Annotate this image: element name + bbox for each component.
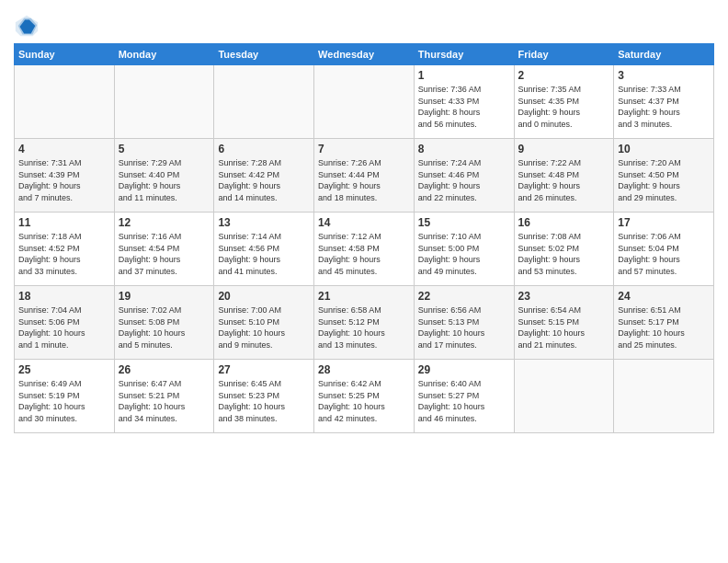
day-cell: 7Sunrise: 7:26 AM Sunset: 4:44 PM Daylig…: [314, 139, 415, 213]
day-info: Sunrise: 7:31 AM Sunset: 4:39 PM Dayligh…: [18, 157, 110, 203]
calendar-header: SundayMondayTuesdayWednesdayThursdayFrid…: [15, 44, 714, 65]
header-row: SundayMondayTuesdayWednesdayThursdayFrid…: [15, 44, 714, 65]
day-info: Sunrise: 6:42 AM Sunset: 5:25 PM Dayligh…: [318, 378, 410, 424]
day-number: 26: [119, 363, 210, 376]
day-info: Sunrise: 7:16 AM Sunset: 4:54 PM Dayligh…: [119, 231, 210, 277]
week-row-5: 25Sunrise: 6:49 AM Sunset: 5:19 PM Dayli…: [15, 360, 714, 433]
day-cell: 14Sunrise: 7:12 AM Sunset: 4:58 PM Dayli…: [314, 213, 415, 286]
day-info: Sunrise: 6:40 AM Sunset: 5:27 PM Dayligh…: [418, 378, 510, 424]
day-cell: [214, 65, 314, 139]
day-cell: 8Sunrise: 7:24 AM Sunset: 4:46 PM Daylig…: [414, 139, 514, 213]
day-info: Sunrise: 7:36 AM Sunset: 4:33 PM Dayligh…: [418, 84, 510, 130]
day-number: 6: [218, 143, 310, 155]
day-cell: [514, 360, 614, 433]
day-info: Sunrise: 7:14 AM Sunset: 4:56 PM Dayligh…: [218, 231, 310, 277]
day-cell: 10Sunrise: 7:20 AM Sunset: 4:50 PM Dayli…: [614, 139, 714, 213]
day-info: Sunrise: 6:51 AM Sunset: 5:17 PM Dayligh…: [618, 304, 710, 350]
day-number: 23: [518, 290, 610, 303]
day-cell: 11Sunrise: 7:18 AM Sunset: 4:52 PM Dayli…: [15, 213, 115, 286]
header-cell-thursday: Thursday: [414, 44, 514, 65]
day-number: 12: [119, 216, 210, 229]
day-cell: 20Sunrise: 7:00 AM Sunset: 5:10 PM Dayli…: [214, 286, 314, 360]
logo-icon: [14, 14, 40, 40]
day-info: Sunrise: 7:35 AM Sunset: 4:35 PM Dayligh…: [518, 84, 610, 130]
calendar-table: SundayMondayTuesdayWednesdayThursdayFrid…: [14, 43, 714, 433]
day-number: 5: [119, 143, 210, 155]
day-info: Sunrise: 7:00 AM Sunset: 5:10 PM Dayligh…: [218, 304, 310, 350]
day-cell: 1Sunrise: 7:36 AM Sunset: 4:33 PM Daylig…: [414, 65, 514, 139]
day-cell: 27Sunrise: 6:45 AM Sunset: 5:23 PM Dayli…: [214, 360, 314, 433]
day-number: 25: [18, 363, 110, 376]
day-info: Sunrise: 7:22 AM Sunset: 4:48 PM Dayligh…: [518, 157, 610, 203]
day-number: 20: [218, 290, 310, 303]
day-cell: 18Sunrise: 7:04 AM Sunset: 5:06 PM Dayli…: [15, 286, 115, 360]
day-info: Sunrise: 6:45 AM Sunset: 5:23 PM Dayligh…: [218, 378, 310, 424]
day-cell: 23Sunrise: 6:54 AM Sunset: 5:15 PM Dayli…: [514, 286, 614, 360]
day-cell: 2Sunrise: 7:35 AM Sunset: 4:35 PM Daylig…: [514, 65, 614, 139]
day-info: Sunrise: 7:26 AM Sunset: 4:44 PM Dayligh…: [318, 157, 410, 203]
day-info: Sunrise: 7:12 AM Sunset: 4:58 PM Dayligh…: [318, 231, 410, 277]
header-cell-tuesday: Tuesday: [214, 44, 314, 65]
day-number: 7: [318, 143, 410, 155]
day-number: 27: [218, 363, 310, 376]
header-cell-saturday: Saturday: [614, 44, 714, 65]
day-number: 2: [518, 69, 610, 82]
day-cell: 3Sunrise: 7:33 AM Sunset: 4:37 PM Daylig…: [614, 65, 714, 139]
day-info: Sunrise: 7:02 AM Sunset: 5:08 PM Dayligh…: [119, 304, 210, 350]
day-cell: 15Sunrise: 7:10 AM Sunset: 5:00 PM Dayli…: [414, 213, 514, 286]
day-cell: 9Sunrise: 7:22 AM Sunset: 4:48 PM Daylig…: [514, 139, 614, 213]
day-info: Sunrise: 6:47 AM Sunset: 5:21 PM Dayligh…: [119, 378, 210, 424]
logo: [14, 14, 41, 40]
day-info: Sunrise: 7:08 AM Sunset: 5:02 PM Dayligh…: [518, 231, 610, 277]
header-cell-friday: Friday: [514, 44, 614, 65]
day-cell: 29Sunrise: 6:40 AM Sunset: 5:27 PM Dayli…: [414, 360, 514, 433]
header-cell-wednesday: Wednesday: [314, 44, 415, 65]
day-info: Sunrise: 7:28 AM Sunset: 4:42 PM Dayligh…: [218, 157, 310, 203]
day-info: Sunrise: 7:29 AM Sunset: 4:40 PM Dayligh…: [119, 157, 210, 203]
day-info: Sunrise: 7:10 AM Sunset: 5:00 PM Dayligh…: [418, 231, 510, 277]
day-info: Sunrise: 7:24 AM Sunset: 4:46 PM Dayligh…: [418, 157, 510, 203]
day-number: 29: [418, 363, 510, 376]
day-number: 21: [318, 290, 410, 303]
week-row-4: 18Sunrise: 7:04 AM Sunset: 5:06 PM Dayli…: [15, 286, 714, 360]
day-number: 1: [418, 69, 510, 82]
day-info: Sunrise: 6:49 AM Sunset: 5:19 PM Dayligh…: [18, 378, 110, 424]
day-cell: [614, 360, 714, 433]
header: [14, 9, 714, 40]
day-cell: 28Sunrise: 6:42 AM Sunset: 5:25 PM Dayli…: [314, 360, 415, 433]
day-number: 18: [18, 290, 110, 303]
day-number: 3: [618, 69, 710, 82]
day-number: 10: [618, 143, 710, 155]
calendar-body: 1Sunrise: 7:36 AM Sunset: 4:33 PM Daylig…: [15, 65, 714, 433]
day-info: Sunrise: 7:20 AM Sunset: 4:50 PM Dayligh…: [618, 157, 710, 203]
day-number: 4: [18, 143, 110, 155]
day-cell: 12Sunrise: 7:16 AM Sunset: 4:54 PM Dayli…: [114, 213, 214, 286]
day-number: 9: [518, 143, 610, 155]
day-info: Sunrise: 6:56 AM Sunset: 5:13 PM Dayligh…: [418, 304, 510, 350]
day-cell: 19Sunrise: 7:02 AM Sunset: 5:08 PM Dayli…: [114, 286, 214, 360]
week-row-1: 1Sunrise: 7:36 AM Sunset: 4:33 PM Daylig…: [15, 65, 714, 139]
week-row-3: 11Sunrise: 7:18 AM Sunset: 4:52 PM Dayli…: [15, 213, 714, 286]
day-cell: 16Sunrise: 7:08 AM Sunset: 5:02 PM Dayli…: [514, 213, 614, 286]
day-info: Sunrise: 6:54 AM Sunset: 5:15 PM Dayligh…: [518, 304, 610, 350]
week-row-2: 4Sunrise: 7:31 AM Sunset: 4:39 PM Daylig…: [15, 139, 714, 213]
day-cell: 24Sunrise: 6:51 AM Sunset: 5:17 PM Dayli…: [614, 286, 714, 360]
day-number: 24: [618, 290, 710, 303]
day-info: Sunrise: 7:06 AM Sunset: 5:04 PM Dayligh…: [618, 231, 710, 277]
day-cell: 5Sunrise: 7:29 AM Sunset: 4:40 PM Daylig…: [114, 139, 214, 213]
day-cell: 21Sunrise: 6:58 AM Sunset: 5:12 PM Dayli…: [314, 286, 415, 360]
day-cell: 22Sunrise: 6:56 AM Sunset: 5:13 PM Dayli…: [414, 286, 514, 360]
day-cell: 17Sunrise: 7:06 AM Sunset: 5:04 PM Dayli…: [614, 213, 714, 286]
day-number: 8: [418, 143, 510, 155]
day-cell: 25Sunrise: 6:49 AM Sunset: 5:19 PM Dayli…: [15, 360, 115, 433]
day-cell: [314, 65, 415, 139]
header-cell-sunday: Sunday: [15, 44, 115, 65]
header-cell-monday: Monday: [114, 44, 214, 65]
day-number: 15: [418, 216, 510, 229]
day-number: 11: [18, 216, 110, 229]
day-number: 13: [218, 216, 310, 229]
day-number: 14: [318, 216, 410, 229]
day-cell: 13Sunrise: 7:14 AM Sunset: 4:56 PM Dayli…: [214, 213, 314, 286]
day-number: 22: [418, 290, 510, 303]
day-number: 16: [518, 216, 610, 229]
